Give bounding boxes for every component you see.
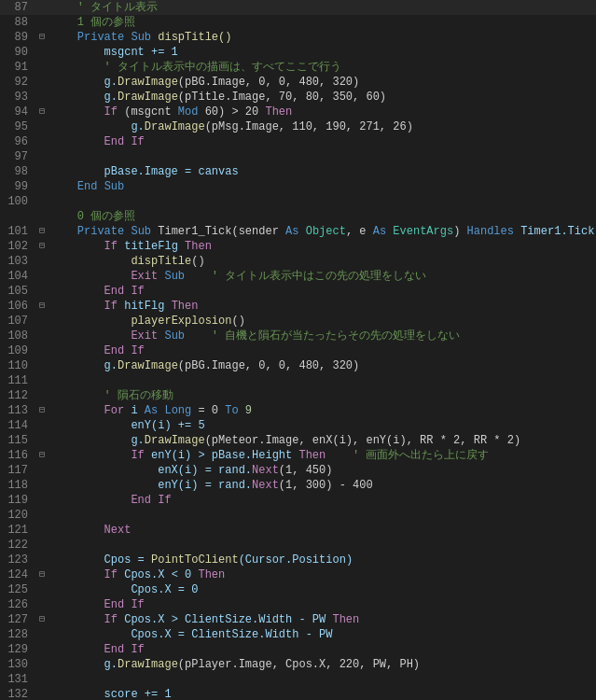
- code-content: End If: [49, 493, 596, 508]
- code-content: End If: [49, 343, 596, 358]
- line-number: 114: [0, 418, 35, 433]
- code-content: Private Sub dispTitle(): [49, 30, 596, 45]
- code-content: Private Sub Timer1_Tick(sender As Object…: [49, 224, 596, 239]
- code-content: [49, 194, 596, 209]
- line-number: 106: [0, 299, 35, 314]
- line-number: 117: [0, 463, 35, 478]
- line-number: 103: [0, 254, 35, 269]
- line-number: 91: [0, 60, 35, 75]
- code-content: playerExplosion(): [49, 314, 596, 329]
- code-editor: 87 ' タイトル表示88 1 個の参照89⊟ Private Sub disp…: [0, 0, 596, 700]
- fold-icon[interactable]: ⊟: [35, 224, 49, 239]
- code-line: 113⊟ For i As Long = 0 To 9: [0, 403, 596, 418]
- code-content: [49, 672, 596, 687]
- line-number: 108: [0, 329, 35, 343]
- code-line: 88 1 個の参照: [0, 15, 596, 30]
- line-number: 111: [0, 373, 35, 388]
- code-line: 90 msgcnt += 1: [0, 45, 596, 60]
- line-number: 126: [0, 597, 35, 612]
- fold-icon[interactable]: ⊟: [35, 30, 49, 45]
- code-content: g.DrawImage(pMeteor.Image, enX(i), enY(i…: [49, 433, 596, 448]
- code-line: 119 End If: [0, 493, 596, 508]
- fold-icon[interactable]: ⊟: [35, 299, 49, 314]
- fold-icon[interactable]: ⊟: [35, 105, 49, 119]
- fold-icon[interactable]: ⊟: [35, 567, 49, 582]
- line-number: 124: [0, 567, 35, 582]
- line-number: 100: [0, 194, 35, 209]
- code-line: 98 pBase.Image = canvas: [0, 164, 596, 179]
- line-number: 101: [0, 224, 35, 239]
- code-line: 99 End Sub: [0, 179, 596, 194]
- code-line: 115 g.DrawImage(pMeteor.Image, enX(i), e…: [0, 433, 596, 448]
- code-line: 132 score += 1: [0, 687, 596, 700]
- code-line: 124⊟ If Cpos.X < 0 Then: [0, 567, 596, 582]
- line-number: 112: [0, 388, 35, 403]
- code-content: 1 個の参照: [49, 15, 596, 30]
- code-line: 127⊟ If Cpos.X > ClientSize.Width - PW T…: [0, 612, 596, 627]
- code-content: If titleFlg Then: [49, 239, 596, 254]
- fold-icon[interactable]: ⊟: [35, 403, 49, 418]
- code-content: score += 1: [49, 687, 596, 700]
- fold-icon[interactable]: ⊟: [35, 448, 49, 463]
- line-number: 132: [0, 687, 35, 700]
- line-number: 88: [0, 15, 35, 30]
- code-content: Next: [49, 523, 596, 538]
- code-content: ' 隕石の移動: [49, 388, 596, 403]
- line-number: 95: [0, 119, 35, 134]
- line-number: 94: [0, 105, 35, 119]
- line-number: 125: [0, 582, 35, 597]
- line-number: 118: [0, 478, 35, 493]
- fold-icon[interactable]: ⊟: [35, 612, 49, 627]
- code-line: 114 enY(i) += 5: [0, 418, 596, 433]
- code-content: Cpos.X = ClientSize.Width - PW: [49, 627, 596, 642]
- fold-icon[interactable]: ⊟: [35, 239, 49, 254]
- code-content: Exit Sub ' タイトル表示中はこの先の処理をしない: [49, 269, 596, 284]
- code-content: g.DrawImage(pBG.Image, 0, 0, 480, 320): [49, 75, 596, 90]
- line-number: 131: [0, 672, 35, 687]
- line-number: 119: [0, 493, 35, 508]
- code-content: Cpos.X = 0: [49, 582, 596, 597]
- line-number: 115: [0, 433, 35, 448]
- code-line: 95 g.DrawImage(pMsg.Image, 110, 190, 271…: [0, 119, 596, 134]
- code-content: enY(i) = rand.Next(1, 300) - 400: [49, 478, 596, 493]
- code-line: 87 ' タイトル表示: [0, 0, 596, 15]
- code-content: If (msgcnt Mod 60) > 20 Then: [49, 105, 596, 119]
- code-line: 116⊟ If enY(i) > pBase.Height Then ' 画面外…: [0, 448, 596, 463]
- code-content: g.DrawImage(pTitle.Image, 70, 80, 350, 6…: [49, 90, 596, 105]
- code-line: 129 End If: [0, 642, 596, 657]
- code-line: 112 ' 隕石の移動: [0, 388, 596, 403]
- code-content: g.DrawImage(pBG.Image, 0, 0, 480, 320): [49, 358, 596, 373]
- code-line: 110 g.DrawImage(pBG.Image, 0, 0, 480, 32…: [0, 358, 596, 373]
- code-line: 120: [0, 508, 596, 523]
- code-content: If enY(i) > pBase.Height Then ' 画面外へ出たら上…: [49, 448, 596, 463]
- code-content: For i As Long = 0 To 9: [49, 403, 596, 418]
- line-number: 102: [0, 239, 35, 254]
- code-line: 107 playerExplosion(): [0, 314, 596, 329]
- line-number: 120: [0, 508, 35, 523]
- code-line: 91 ' タイトル表示中の描画は、すべてここで行う: [0, 60, 596, 75]
- line-number: 87: [0, 0, 35, 15]
- line-number: 123: [0, 553, 35, 567]
- code-content: End Sub: [49, 179, 596, 194]
- code-line: 106⊟ If hitFlg Then: [0, 299, 596, 314]
- code-line: 128 Cpos.X = ClientSize.Width - PW: [0, 627, 596, 642]
- line-number: 98: [0, 164, 35, 179]
- code-content: g.DrawImage(pMsg.Image, 110, 190, 271, 2…: [49, 119, 596, 134]
- line-number: 105: [0, 284, 35, 299]
- line-number: 116: [0, 448, 35, 463]
- code-content: [49, 508, 596, 523]
- code-content: pBase.Image = canvas: [49, 164, 596, 179]
- code-line: 93 g.DrawImage(pTitle.Image, 70, 80, 350…: [0, 90, 596, 105]
- line-number: 130: [0, 657, 35, 672]
- code-content: If hitFlg Then: [49, 299, 596, 314]
- code-content: End If: [49, 134, 596, 149]
- code-line: 126 End If: [0, 597, 596, 612]
- line-number: 129: [0, 642, 35, 657]
- line-number: 110: [0, 358, 35, 373]
- code-line: 0 個の参照: [0, 209, 596, 224]
- code-line: 125 Cpos.X = 0: [0, 582, 596, 597]
- line-number: 121: [0, 523, 35, 538]
- code-line: 97: [0, 149, 596, 164]
- line-number: 89: [0, 30, 35, 45]
- line-number: 92: [0, 75, 35, 90]
